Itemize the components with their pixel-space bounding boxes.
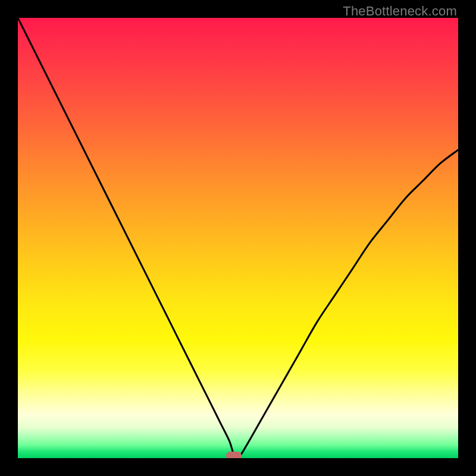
bottleneck-curve [18,18,458,458]
curve-svg [18,18,458,458]
watermark-text: TheBottleneck.com [343,4,457,19]
plot-area [18,18,458,458]
minimum-marker [226,452,242,458]
outer-frame: TheBottleneck.com [0,0,476,476]
